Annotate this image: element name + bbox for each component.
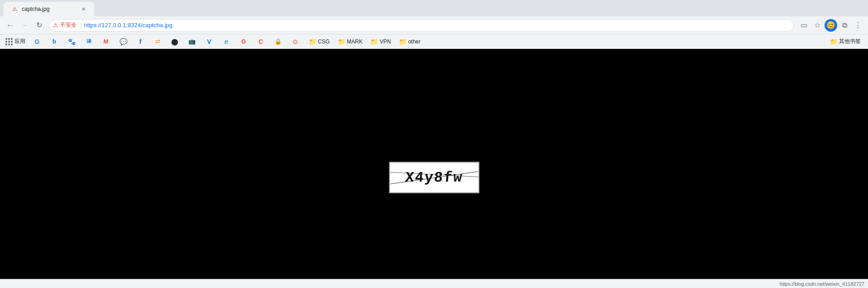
folder-csg-label: CSG — [318, 38, 330, 45]
bookmark-translate[interactable]: 译 — [82, 36, 98, 47]
apps-button[interactable]: 应用 — [4, 36, 27, 47]
csdn-icon: C — [257, 38, 264, 45]
github-icon: ⬤ — [171, 38, 178, 45]
forward-button[interactable]: → — [18, 19, 31, 32]
reload-button[interactable]: ↻ — [33, 19, 45, 32]
circle-icon: ⊙ — [292, 38, 299, 45]
bookmark-copy[interactable]: ⇄ — [150, 36, 167, 47]
url-input[interactable] — [84, 22, 790, 29]
captcha-text: X4y8fw — [404, 169, 463, 186]
bookmarks-bar: 应用 G b 🐾 译 M 💬 f ⇄ — [0, 34, 868, 49]
extensions-button[interactable]: ⧉ — [838, 19, 851, 32]
bilibili-icon: 📺 — [188, 38, 196, 45]
vscode-icon: V — [206, 38, 213, 45]
copy-icon: ⇄ — [154, 38, 161, 45]
bookmark-gmail[interactable]: M — [99, 36, 115, 47]
bookmark-folder-other[interactable]: 📁 other — [395, 36, 424, 47]
bookmark-edge[interactable]: e — [219, 36, 235, 47]
other-bookmarks-section: 📁 其他书签 — [826, 36, 864, 47]
folder-mark-icon: 📁 — [338, 38, 345, 45]
bookmark-g-red[interactable]: G — [236, 36, 253, 47]
tab-close-button[interactable]: ✕ — [80, 5, 87, 13]
facebook-icon: f — [137, 38, 144, 45]
toolbar: ← → ↻ ⚠ 不安全 | ▭ ☆ 😊 ⧉ ⋮ — [0, 16, 868, 34]
toolbar-actions: ▭ ☆ 😊 ⧉ ⋮ — [797, 19, 864, 32]
security-label: 不安全 — [60, 21, 77, 29]
bookmark-star-button[interactable]: ☆ — [811, 19, 824, 32]
browser-frame: ⚠ captcha.jpg ✕ ← → ↻ ⚠ 不安全 | ▭ ☆ 😊 ⧉ ⋮ — [0, 0, 868, 288]
captcha-container: X4y8fw — [389, 162, 480, 193]
apps-icon — [5, 38, 13, 45]
bookmark-wechat[interactable]: 💬 — [116, 36, 132, 47]
baidu-icon: 🐾 — [68, 38, 75, 45]
security-icon: ⚠ — [53, 22, 58, 29]
other-bookmarks-label: 其他书签 — [839, 38, 861, 45]
bookmark-google[interactable]: G — [30, 36, 46, 47]
other-bookmarks-icon: 📁 — [830, 38, 837, 45]
edge-icon: e — [223, 38, 230, 45]
browser-tab[interactable]: ⚠ captcha.jpg ✕ — [4, 2, 94, 16]
folder-other-icon: 📁 — [399, 38, 406, 45]
status-url: https://blog.csdn.net/weixin_41182727 — [780, 281, 864, 287]
status-bar: https://blog.csdn.net/weixin_41182727 — [0, 279, 868, 288]
bing-icon: b — [51, 38, 58, 45]
page-content: X4y8fw — [0, 49, 868, 279]
bookmark-other-bookmarks[interactable]: 📁 其他书签 — [826, 36, 864, 47]
bookmark-bilibili[interactable]: 📺 — [185, 36, 201, 47]
google-icon: G — [34, 38, 41, 45]
bookmark-bing[interactable]: b — [47, 36, 63, 47]
bookmark-folder-mark[interactable]: 📁 MARK — [334, 36, 366, 47]
cast-button[interactable]: ▭ — [797, 19, 810, 32]
bookmark-circle[interactable]: ⊙ — [288, 36, 304, 47]
folder-mark-label: MARK — [347, 38, 363, 45]
captcha-image: X4y8fw — [389, 162, 480, 193]
tab-favicon: ⚠ — [11, 5, 18, 13]
address-bar[interactable]: ⚠ 不安全 | — [49, 19, 794, 32]
gmail-icon: M — [102, 38, 110, 45]
folder-csg-icon: 📁 — [309, 38, 316, 45]
back-button[interactable]: ← — [4, 19, 16, 32]
folder-vpn-icon: 📁 — [371, 38, 378, 45]
bookmark-facebook[interactable]: f — [133, 36, 149, 47]
separator: | — [80, 21, 82, 29]
tab-title: captcha.jpg — [22, 6, 78, 12]
bookmark-baidu[interactable]: 🐾 — [64, 36, 81, 47]
bookmark-lock[interactable]: 🔒 — [271, 36, 287, 47]
profile-button[interactable]: 😊 — [825, 19, 837, 32]
bookmark-github[interactable]: ⬤ — [168, 36, 184, 47]
menu-button[interactable]: ⋮ — [852, 19, 864, 32]
folder-other-label: other — [408, 38, 420, 45]
bookmark-folder-vpn[interactable]: 📁 VPN — [367, 36, 395, 47]
bookmark-folder-csg[interactable]: 📁 CSG — [305, 36, 333, 47]
translate-icon: 译 — [85, 38, 92, 45]
g-red-icon: G — [240, 38, 247, 45]
bookmark-csdn[interactable]: C — [254, 36, 270, 47]
tab-bar: ⚠ captcha.jpg ✕ — [0, 0, 868, 16]
lock-icon: 🔒 — [274, 38, 282, 45]
bookmark-vscode[interactable]: V — [202, 36, 218, 47]
wechat-icon: 💬 — [120, 38, 127, 45]
folder-vpn-label: VPN — [380, 38, 391, 45]
apps-label: 应用 — [14, 38, 25, 45]
